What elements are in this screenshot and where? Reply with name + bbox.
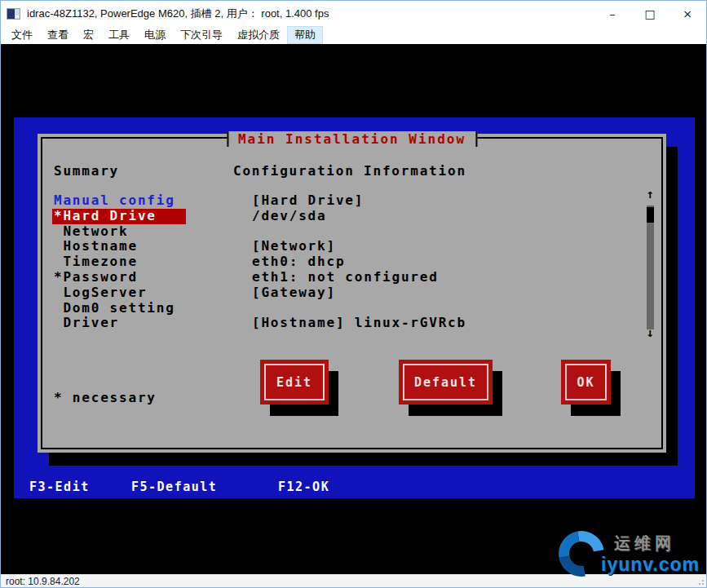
- session-info: root: 10.9.84.202: [6, 576, 80, 587]
- menubar-item-power[interactable]: 电源: [137, 26, 173, 44]
- summary-item-password[interactable]: *Password: [52, 270, 186, 285]
- summary-menu: Manual config*Hard Drive Network Hostnam…: [52, 193, 186, 331]
- scroll-up-icon[interactable]: ↑: [643, 188, 656, 201]
- menubar-item-file[interactable]: 文件: [4, 26, 40, 44]
- default-button-label: Default: [403, 364, 488, 400]
- dialog-title: Main Installation Window: [227, 131, 477, 147]
- close-button[interactable]: ×: [669, 1, 706, 26]
- summary-item-hard-drive[interactable]: *Hard Drive: [52, 209, 186, 224]
- remote-console-viewport[interactable]: Main Installation Window Summary Configu…: [1, 44, 706, 575]
- app-icon: [7, 8, 20, 20]
- ok-button[interactable]: OK: [561, 360, 611, 405]
- minimize-button[interactable]: –: [594, 1, 631, 26]
- menubar-item-macros[interactable]: 宏: [76, 26, 101, 44]
- edit-button-label: Edit: [264, 364, 325, 400]
- summary-item-logserver[interactable]: LogServer: [52, 285, 186, 301]
- edit-button[interactable]: Edit: [260, 360, 329, 405]
- summary-item-manual-config[interactable]: Manual config: [52, 193, 186, 209]
- summary-item-hostname[interactable]: Hostname: [52, 239, 186, 254]
- maximize-button[interactable]: □: [631, 1, 669, 26]
- window-title: idrac-48Z1132, PowerEdge M620, 插槽 2, 用户：…: [27, 7, 329, 21]
- configuration-heading: Configuration Information: [233, 163, 466, 179]
- fkey-hint-f5: F5-Default: [131, 480, 217, 494]
- scroll-down-icon[interactable]: ↓: [643, 326, 656, 339]
- summary-item-network[interactable]: Network: [52, 224, 186, 240]
- menubar-item-help[interactable]: 帮助: [287, 26, 323, 44]
- necessary-note: * necessary: [54, 390, 157, 405]
- fkey-hint-f12: F12-OK: [278, 480, 329, 494]
- scrollbar-thumb[interactable]: [647, 207, 654, 223]
- idrac-console-window: idrac-48Z1132, PowerEdge M620, 插槽 2, 用户：…: [0, 0, 707, 588]
- status-bar: root: 10.9.84.202: [1, 574, 706, 587]
- menubar-item-view[interactable]: 查看: [40, 26, 76, 44]
- menu-bar: 文件查看宏工具电源下次引导虚拟介质帮助: [1, 26, 706, 44]
- config-info-line: [Gateway]: [250, 285, 466, 301]
- fkey-hint-f3: F3-Edit: [29, 480, 90, 494]
- summary-heading: Summary: [54, 163, 119, 179]
- main-installation-dialog: Main Installation Window Summary Configu…: [38, 134, 666, 453]
- menubar-item-next-boot[interactable]: 下次引导: [173, 26, 230, 44]
- summary-item-dom0-setting[interactable]: Dom0 setting: [52, 301, 186, 316]
- ok-button-label: OK: [565, 364, 607, 400]
- config-info-line: eth0: dhcp: [250, 254, 466, 270]
- summary-item-timezone[interactable]: Timezone: [52, 254, 186, 270]
- config-info-line: [Hard Drive]: [250, 193, 466, 209]
- config-info-line: [Hostname] linux-rGVRcb: [250, 316, 466, 331]
- config-info-line: eth1: not configured: [250, 270, 466, 285]
- menubar-item-tools[interactable]: 工具: [101, 26, 137, 44]
- window-controls: – □ ×: [594, 1, 706, 26]
- menubar-item-virtual-media[interactable]: 虚拟介质: [230, 26, 287, 44]
- configuration-info: [Hard Drive]/dev/sda [Network]eth0: dhcp…: [250, 193, 466, 331]
- config-info-line: [250, 224, 466, 240]
- default-button[interactable]: Default: [399, 360, 493, 405]
- config-info-line: /dev/sda: [250, 209, 466, 224]
- installer-screen: Main Installation Window Summary Configu…: [14, 117, 695, 498]
- config-info-line: [Network]: [250, 239, 466, 254]
- resize-grip-icon[interactable]: [695, 576, 705, 586]
- title-bar: idrac-48Z1132, PowerEdge M620, 插槽 2, 用户：…: [1, 1, 706, 26]
- scrollbar-track[interactable]: [647, 206, 654, 329]
- config-info-line: [250, 301, 466, 316]
- summary-item-driver[interactable]: Driver: [52, 316, 186, 331]
